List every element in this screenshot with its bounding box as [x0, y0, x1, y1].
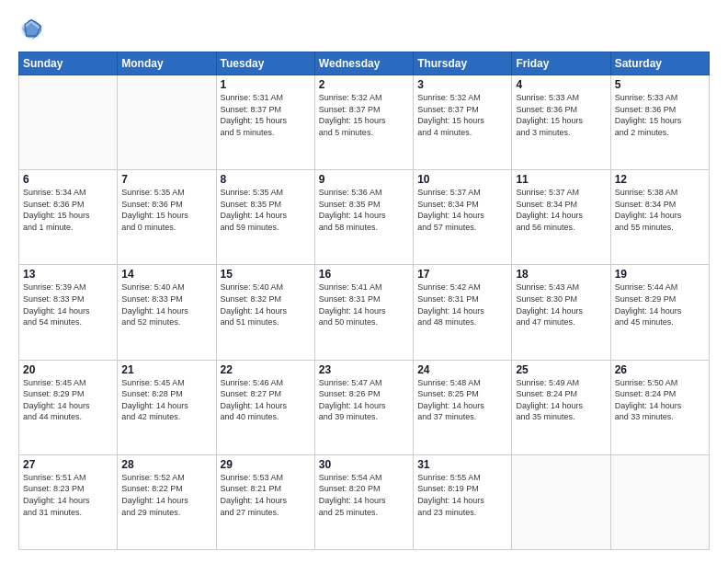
calendar-cell: 17Sunrise: 5:42 AM Sunset: 8:31 PM Dayli… [414, 265, 512, 360]
calendar-cell: 3Sunrise: 5:32 AM Sunset: 8:37 PM Daylig… [414, 75, 512, 170]
calendar-header-thursday: Thursday [414, 52, 512, 75]
day-info: Sunrise: 5:35 AM Sunset: 8:35 PM Dayligh… [221, 187, 311, 233]
header [18, 17, 710, 42]
calendar-table: SundayMondayTuesdayWednesdayThursdayFrid… [18, 52, 710, 550]
day-number: 6 [23, 173, 113, 186]
calendar-header-row: SundayMondayTuesdayWednesdayThursdayFrid… [19, 52, 710, 75]
day-info: Sunrise: 5:51 AM Sunset: 8:23 PM Dayligh… [23, 472, 113, 518]
calendar-cell: 24Sunrise: 5:48 AM Sunset: 8:25 PM Dayli… [414, 360, 512, 454]
calendar-cell: 28Sunrise: 5:52 AM Sunset: 8:22 PM Dayli… [118, 454, 216, 549]
day-info: Sunrise: 5:48 AM Sunset: 8:25 PM Dayligh… [417, 377, 507, 423]
day-number: 27 [23, 458, 113, 471]
day-info: Sunrise: 5:43 AM Sunset: 8:30 PM Dayligh… [516, 282, 606, 327]
calendar-cell: 19Sunrise: 5:44 AM Sunset: 8:29 PM Dayli… [610, 265, 709, 360]
day-info: Sunrise: 5:37 AM Sunset: 8:34 PM Dayligh… [417, 187, 507, 233]
day-info: Sunrise: 5:33 AM Sunset: 8:36 PM Dayligh… [615, 92, 705, 138]
calendar-cell: 21Sunrise: 5:45 AM Sunset: 8:28 PM Dayli… [118, 360, 216, 454]
day-number: 31 [417, 458, 507, 471]
day-number: 18 [516, 268, 606, 281]
day-info: Sunrise: 5:31 AM Sunset: 8:37 PM Dayligh… [221, 92, 311, 138]
calendar-cell: 12Sunrise: 5:38 AM Sunset: 8:34 PM Dayli… [610, 170, 709, 265]
calendar-cell: 2Sunrise: 5:32 AM Sunset: 8:37 PM Daylig… [314, 75, 413, 170]
calendar-cell: 20Sunrise: 5:45 AM Sunset: 8:29 PM Dayli… [19, 360, 118, 454]
calendar-header-saturday: Saturday [610, 52, 709, 75]
day-number: 21 [121, 363, 211, 376]
calendar-cell: 23Sunrise: 5:47 AM Sunset: 8:26 PM Dayli… [314, 360, 413, 454]
calendar-cell [512, 454, 610, 549]
day-info: Sunrise: 5:45 AM Sunset: 8:28 PM Dayligh… [121, 377, 211, 423]
day-info: Sunrise: 5:46 AM Sunset: 8:27 PM Dayligh… [221, 377, 311, 423]
day-number: 1 [221, 78, 311, 91]
calendar-week-row: 13Sunrise: 5:39 AM Sunset: 8:33 PM Dayli… [19, 265, 710, 360]
calendar-week-row: 1Sunrise: 5:31 AM Sunset: 8:37 PM Daylig… [19, 75, 710, 170]
day-number: 24 [417, 363, 507, 376]
calendar-cell: 1Sunrise: 5:31 AM Sunset: 8:37 PM Daylig… [216, 75, 314, 170]
calendar-cell: 9Sunrise: 5:36 AM Sunset: 8:35 PM Daylig… [314, 170, 413, 265]
calendar-week-row: 27Sunrise: 5:51 AM Sunset: 8:23 PM Dayli… [19, 454, 710, 549]
calendar-cell [118, 75, 216, 170]
calendar-cell: 16Sunrise: 5:41 AM Sunset: 8:31 PM Dayli… [314, 265, 413, 360]
calendar-header-sunday: Sunday [19, 52, 118, 75]
calendar-cell [19, 75, 118, 170]
day-info: Sunrise: 5:47 AM Sunset: 8:26 PM Dayligh… [319, 377, 409, 423]
calendar-cell: 6Sunrise: 5:34 AM Sunset: 8:36 PM Daylig… [19, 170, 118, 265]
day-number: 5 [615, 78, 705, 91]
day-info: Sunrise: 5:42 AM Sunset: 8:31 PM Dayligh… [417, 282, 507, 327]
day-number: 16 [319, 268, 409, 281]
day-info: Sunrise: 5:44 AM Sunset: 8:29 PM Dayligh… [615, 282, 705, 327]
day-number: 23 [319, 363, 409, 376]
calendar-cell [610, 454, 709, 549]
day-number: 28 [121, 458, 211, 471]
calendar-cell: 4Sunrise: 5:33 AM Sunset: 8:36 PM Daylig… [512, 75, 610, 170]
calendar-cell: 14Sunrise: 5:40 AM Sunset: 8:33 PM Dayli… [118, 265, 216, 360]
calendar-cell: 31Sunrise: 5:55 AM Sunset: 8:19 PM Dayli… [414, 454, 512, 549]
day-number: 26 [615, 363, 705, 376]
day-info: Sunrise: 5:50 AM Sunset: 8:24 PM Dayligh… [615, 377, 705, 423]
day-number: 7 [121, 173, 211, 186]
day-number: 17 [417, 268, 507, 281]
calendar-cell: 22Sunrise: 5:46 AM Sunset: 8:27 PM Dayli… [216, 360, 314, 454]
calendar-week-row: 6Sunrise: 5:34 AM Sunset: 8:36 PM Daylig… [19, 170, 710, 265]
day-number: 22 [221, 363, 311, 376]
day-info: Sunrise: 5:55 AM Sunset: 8:19 PM Dayligh… [417, 472, 507, 518]
calendar-cell: 27Sunrise: 5:51 AM Sunset: 8:23 PM Dayli… [19, 454, 118, 549]
calendar-week-row: 20Sunrise: 5:45 AM Sunset: 8:29 PM Dayli… [19, 360, 710, 454]
day-number: 10 [417, 173, 507, 186]
calendar-cell: 18Sunrise: 5:43 AM Sunset: 8:30 PM Dayli… [512, 265, 610, 360]
day-number: 8 [221, 173, 311, 186]
calendar-cell: 26Sunrise: 5:50 AM Sunset: 8:24 PM Dayli… [610, 360, 709, 454]
day-info: Sunrise: 5:32 AM Sunset: 8:37 PM Dayligh… [417, 92, 507, 138]
calendar-cell: 11Sunrise: 5:37 AM Sunset: 8:34 PM Dayli… [512, 170, 610, 265]
day-info: Sunrise: 5:49 AM Sunset: 8:24 PM Dayligh… [516, 377, 606, 423]
day-info: Sunrise: 5:40 AM Sunset: 8:33 PM Dayligh… [121, 282, 211, 327]
calendar-cell: 15Sunrise: 5:40 AM Sunset: 8:32 PM Dayli… [216, 265, 314, 360]
day-number: 13 [23, 268, 113, 281]
day-number: 11 [516, 173, 606, 186]
logo-icon [18, 17, 44, 42]
calendar-header-tuesday: Tuesday [216, 52, 314, 75]
day-number: 30 [319, 458, 409, 471]
calendar-header-wednesday: Wednesday [314, 52, 413, 75]
day-info: Sunrise: 5:39 AM Sunset: 8:33 PM Dayligh… [23, 282, 113, 327]
day-number: 2 [319, 78, 409, 91]
calendar-cell: 7Sunrise: 5:35 AM Sunset: 8:36 PM Daylig… [118, 170, 216, 265]
day-info: Sunrise: 5:34 AM Sunset: 8:36 PM Dayligh… [23, 187, 113, 233]
calendar-cell: 10Sunrise: 5:37 AM Sunset: 8:34 PM Dayli… [414, 170, 512, 265]
day-info: Sunrise: 5:32 AM Sunset: 8:37 PM Dayligh… [319, 92, 409, 138]
day-info: Sunrise: 5:41 AM Sunset: 8:31 PM Dayligh… [319, 282, 409, 327]
page: SundayMondayTuesdayWednesdayThursdayFrid… [0, 0, 728, 563]
day-number: 9 [319, 173, 409, 186]
logo [18, 17, 48, 42]
day-number: 20 [23, 363, 113, 376]
day-number: 4 [516, 78, 606, 91]
day-info: Sunrise: 5:52 AM Sunset: 8:22 PM Dayligh… [121, 472, 211, 518]
day-info: Sunrise: 5:54 AM Sunset: 8:20 PM Dayligh… [319, 472, 409, 518]
day-number: 12 [615, 173, 705, 186]
day-info: Sunrise: 5:35 AM Sunset: 8:36 PM Dayligh… [121, 187, 211, 233]
calendar-header-monday: Monday [118, 52, 216, 75]
day-info: Sunrise: 5:53 AM Sunset: 8:21 PM Dayligh… [221, 472, 311, 518]
day-number: 14 [121, 268, 211, 281]
day-number: 29 [221, 458, 311, 471]
calendar-cell: 25Sunrise: 5:49 AM Sunset: 8:24 PM Dayli… [512, 360, 610, 454]
calendar-cell: 8Sunrise: 5:35 AM Sunset: 8:35 PM Daylig… [216, 170, 314, 265]
